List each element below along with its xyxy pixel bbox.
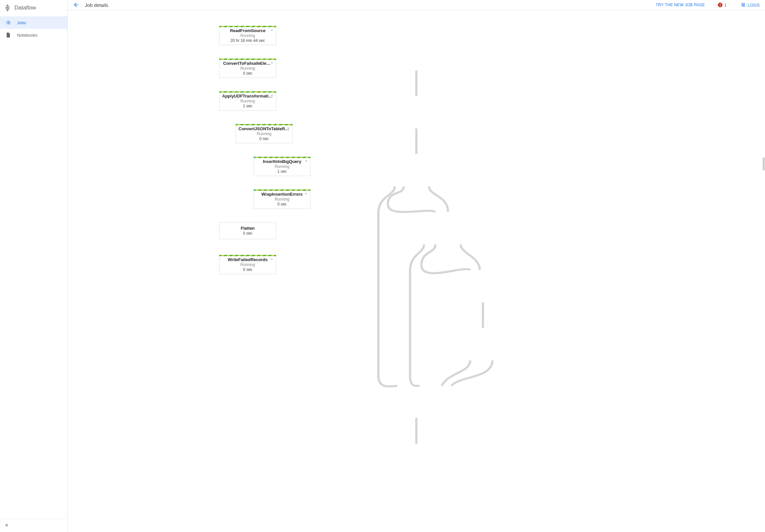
running-stripe (219, 91, 276, 93)
node-status: Running (222, 66, 273, 71)
sidebar-item-jobs[interactable]: Jobs (0, 16, 67, 29)
node-title: ConvertToFailsafeElem… (223, 61, 272, 66)
node-duration: 0 sec (257, 202, 308, 207)
node-duration: 1 sec (257, 169, 308, 174)
main: Job details TRY THE NEW JOB PAGE ! 1 LOG… (68, 0, 765, 532)
scroll-indicator[interactable] (763, 157, 765, 171)
logs-icon (740, 2, 746, 8)
node-status: Running (222, 99, 273, 103)
graph-node-converttofailsafe[interactable]: ConvertToFailsafeElem… Running 0 sec (219, 59, 276, 78)
sidebar-header: Dataflow (0, 0, 67, 16)
graph-node-insertbigquery[interactable]: InsertIntoBigQuery Running 1 sec (254, 157, 311, 176)
list-icon (5, 20, 11, 26)
node-duration: 0 sec (222, 71, 273, 76)
running-stripe (236, 124, 293, 125)
sidebar-item-label: Jobs (17, 20, 26, 25)
node-duration: 0 sec (222, 231, 273, 236)
node-title: Flatten (223, 226, 272, 231)
running-stripe (254, 190, 311, 191)
chevron-down-icon[interactable] (270, 94, 274, 99)
graph-nodes: ReadFromSource Running 20 hr 18 min 44 s… (68, 10, 765, 532)
node-status: Running (222, 263, 273, 267)
topbar: Job details TRY THE NEW JOB PAGE ! 1 LOG… (68, 0, 765, 10)
graph-node-convertjson[interactable]: ConvertJSONToTableRow Running 0 sec (236, 124, 293, 143)
node-title: WrapInsertionErrors (258, 192, 307, 197)
node-title: WriteFailedRecords (223, 257, 272, 262)
sidebar: Dataflow Jobs Notebooks (0, 0, 68, 532)
running-stripe (219, 26, 276, 27)
graph-node-writefailed[interactable]: WriteFailedRecords Running 0 sec (219, 255, 276, 274)
graph-node-flatten[interactable]: Flatten 0 sec (219, 222, 276, 239)
logs-label: LOGS (748, 3, 760, 8)
app-root: Dataflow Jobs Notebooks (0, 0, 765, 532)
product-name: Dataflow (14, 5, 36, 11)
dataflow-product-icon (4, 4, 11, 11)
chevron-down-icon[interactable] (286, 126, 290, 131)
collapse-sidebar-button[interactable] (5, 523, 10, 529)
node-duration: 20 hr 18 min 44 sec (222, 38, 273, 43)
node-status: Running (222, 33, 273, 38)
logs-button[interactable]: LOGS (740, 2, 760, 8)
graph-node-applyudf[interactable]: ApplyUDFTransformation Running 1 sec (219, 91, 276, 111)
sidebar-item-label: Notebooks (17, 33, 37, 38)
chevron-down-icon[interactable] (270, 61, 274, 66)
graph-node-wraperrors[interactable]: WrapInsertionErrors Running 0 sec (254, 190, 311, 209)
node-duration: 0 sec (239, 137, 290, 141)
running-stripe (219, 59, 276, 60)
node-status: Running (239, 132, 290, 136)
running-stripe (219, 255, 276, 256)
node-title: ConvertJSONToTableRow (239, 126, 290, 131)
chevron-down-icon[interactable] (270, 257, 274, 262)
sidebar-nav: Jobs Notebooks (0, 16, 67, 519)
error-count: 1 (724, 3, 726, 8)
graph-canvas[interactable]: ReadFromSource Running 20 hr 18 min 44 s… (68, 10, 765, 532)
node-title: InsertIntoBigQuery (258, 159, 307, 164)
document-icon (5, 32, 11, 38)
sidebar-item-notebooks[interactable]: Notebooks (0, 29, 67, 41)
error-icon: ! (718, 3, 722, 7)
node-status: Running (257, 164, 308, 169)
chevron-down-icon[interactable] (304, 192, 308, 197)
running-stripe (254, 157, 311, 158)
sidebar-footer (0, 519, 67, 532)
try-new-page-link[interactable]: TRY THE NEW JOB PAGE (656, 3, 705, 7)
error-badge[interactable]: ! 1 (718, 3, 726, 8)
chevron-down-icon[interactable] (270, 28, 274, 33)
node-status: Running (257, 197, 308, 202)
node-duration: 0 sec (222, 267, 273, 272)
chevron-down-icon[interactable] (304, 159, 308, 164)
node-title: ApplyUDFTransformation (222, 94, 273, 99)
graph-node-readfromsource[interactable]: ReadFromSource Running 20 hr 18 min 44 s… (219, 26, 276, 45)
node-title: ReadFromSource (223, 28, 272, 33)
back-button[interactable] (73, 2, 80, 8)
node-duration: 1 sec (222, 104, 273, 108)
page-title: Job details (85, 2, 108, 8)
